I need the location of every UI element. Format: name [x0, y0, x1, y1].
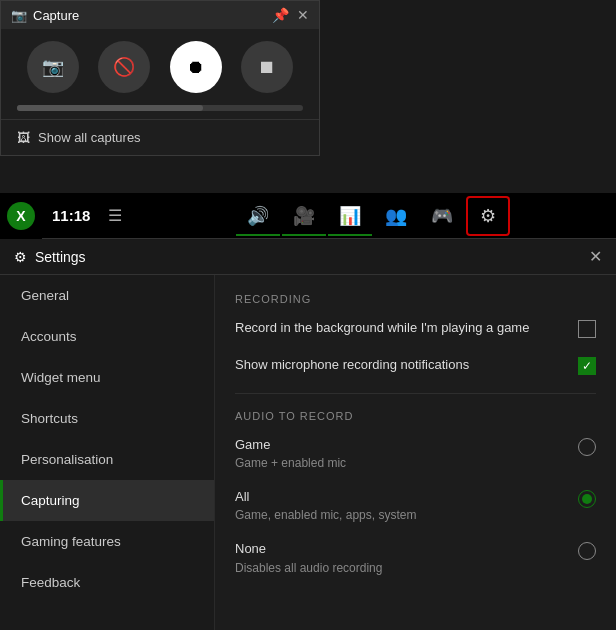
record-background-row: Record in the background while I'm playi… [235, 319, 596, 338]
audio-section-label: AUDIO TO RECORD [235, 410, 596, 422]
sidebar-item-feedback[interactable]: Feedback [0, 562, 214, 603]
sidebar-item-shortcuts[interactable]: Shortcuts [0, 398, 214, 439]
screenshot-button[interactable]: 📷 [27, 41, 79, 93]
settings-title-left: ⚙ Settings [14, 249, 86, 265]
sidebar-item-gaming-features[interactable]: Gaming features [0, 521, 214, 562]
capture-progress-bar [17, 105, 303, 111]
capture-icon: 📷 [11, 8, 27, 23]
sidebar-item-capturing[interactable]: Capturing [0, 480, 214, 521]
show-all-captures-label: Show all captures [38, 130, 141, 145]
pin-icon[interactable]: 📌 [272, 7, 289, 23]
audio-none-text: None Disables all audio recording [235, 540, 382, 574]
section-divider [235, 393, 596, 394]
xbox-logo-x: X [16, 208, 25, 224]
sidebar-item-general[interactable]: General [0, 275, 214, 316]
audio-none-sub: Disables all audio recording [235, 561, 382, 575]
settings-sidebar: General Accounts Widget menu Shortcuts P… [0, 275, 215, 630]
settings-titlebar: ⚙ Settings ✕ [0, 239, 616, 275]
xbox-time: 11:18 [42, 207, 100, 224]
sidebar-item-accounts[interactable]: Accounts [0, 316, 214, 357]
capture-widget-icon: 🎥 [293, 205, 315, 227]
settings-title-text: Settings [35, 249, 86, 265]
bar-icon-settings[interactable]: ⚙ [466, 196, 510, 236]
record-background-checkbox[interactable] [578, 320, 596, 338]
bar-icon-social[interactable]: 👥 [374, 196, 418, 236]
menu-icon[interactable]: ☰ [100, 206, 130, 225]
audio-all-sub: Game, enabled mic, apps, system [235, 508, 416, 522]
settings-panel: ⚙ Settings ✕ General Accounts Widget men… [0, 239, 616, 630]
mic-notifications-row: Show microphone recording notifications [235, 356, 596, 375]
xbox-logo[interactable]: X [0, 193, 42, 239]
xbox-bar: X 11:18 ☰ 🔊 🎥 📊 👥 🎮 ⚙ [0, 193, 616, 239]
audio-none-radio[interactable] [578, 542, 596, 560]
sidebar-item-capturing-label: Capturing [21, 493, 80, 508]
no-mic-button[interactable]: 🚫 [98, 41, 150, 93]
capture-panel: 📷 Capture 📌 ✕ 📷 🚫 ⏺ ⏹ 🖼 Show all capture… [0, 0, 320, 156]
bar-icon-performance[interactable]: 📊 [328, 196, 372, 236]
settings-close-button[interactable]: ✕ [589, 247, 602, 266]
settings-gear-icon: ⚙ [480, 205, 496, 227]
sidebar-item-personalisation[interactable]: Personalisation [0, 439, 214, 480]
xbox-logo-circle: X [7, 202, 35, 230]
settings-body: General Accounts Widget menu Shortcuts P… [0, 275, 616, 630]
social-icon: 👥 [385, 205, 407, 227]
capture-buttons: 📷 🚫 ⏺ ⏹ [1, 29, 319, 105]
sidebar-item-widget-menu[interactable]: Widget menu [0, 357, 214, 398]
record-background-label: Record in the background while I'm playi… [235, 319, 566, 337]
audio-all-text: All Game, enabled mic, apps, system [235, 488, 416, 522]
mic-notifications-checkbox[interactable] [578, 357, 596, 375]
sidebar-item-personalisation-label: Personalisation [21, 452, 113, 467]
sidebar-item-feedback-label: Feedback [21, 575, 80, 590]
sidebar-item-widget-menu-label: Widget menu [21, 370, 101, 385]
audio-all-row[interactable]: All Game, enabled mic, apps, system [235, 488, 596, 522]
record-button[interactable]: ⏺ [170, 41, 222, 93]
audio-all-radio[interactable] [578, 490, 596, 508]
audio-game-text: Game Game + enabled mic [235, 436, 346, 470]
performance-icon: 📊 [339, 205, 361, 227]
show-all-captures-button[interactable]: 🖼 Show all captures [1, 119, 319, 155]
captures-icon: 🖼 [17, 130, 30, 145]
capture-titlebar: 📷 Capture 📌 ✕ [1, 1, 319, 29]
controller-icon: 🎮 [431, 205, 453, 227]
sidebar-item-accounts-label: Accounts [21, 329, 77, 344]
audio-game-radio[interactable] [578, 438, 596, 456]
bar-icon-controller[interactable]: 🎮 [420, 196, 464, 236]
close-capture-button[interactable]: ✕ [297, 7, 309, 23]
audio-game-label: Game [235, 436, 346, 454]
bar-icon-capture[interactable]: 🎥 [282, 196, 326, 236]
recording-section-label: RECORDING [235, 293, 596, 305]
settings-gear-icon-title: ⚙ [14, 249, 27, 265]
mic-notifications-label: Show microphone recording notifications [235, 356, 566, 374]
capture-window-controls: 📌 ✕ [272, 7, 309, 23]
sidebar-item-shortcuts-label: Shortcuts [21, 411, 78, 426]
capture-title: 📷 Capture [11, 8, 79, 23]
capture-progress-fill [17, 105, 203, 111]
audio-game-sub: Game + enabled mic [235, 456, 346, 470]
stop-button[interactable]: ⏹ [241, 41, 293, 93]
audio-none-label: None [235, 540, 382, 558]
volume-icon: 🔊 [247, 205, 269, 227]
bar-icon-volume[interactable]: 🔊 [236, 196, 280, 236]
capture-title-text: Capture [33, 8, 79, 23]
sidebar-item-general-label: General [21, 288, 69, 303]
audio-game-row[interactable]: Game Game + enabled mic [235, 436, 596, 470]
audio-all-label: All [235, 488, 416, 506]
sidebar-item-gaming-features-label: Gaming features [21, 534, 121, 549]
xbox-bar-icons: 🔊 🎥 📊 👥 🎮 ⚙ [130, 196, 616, 236]
audio-none-row[interactable]: None Disables all audio recording [235, 540, 596, 574]
settings-main-content: RECORDING Record in the background while… [215, 275, 616, 630]
